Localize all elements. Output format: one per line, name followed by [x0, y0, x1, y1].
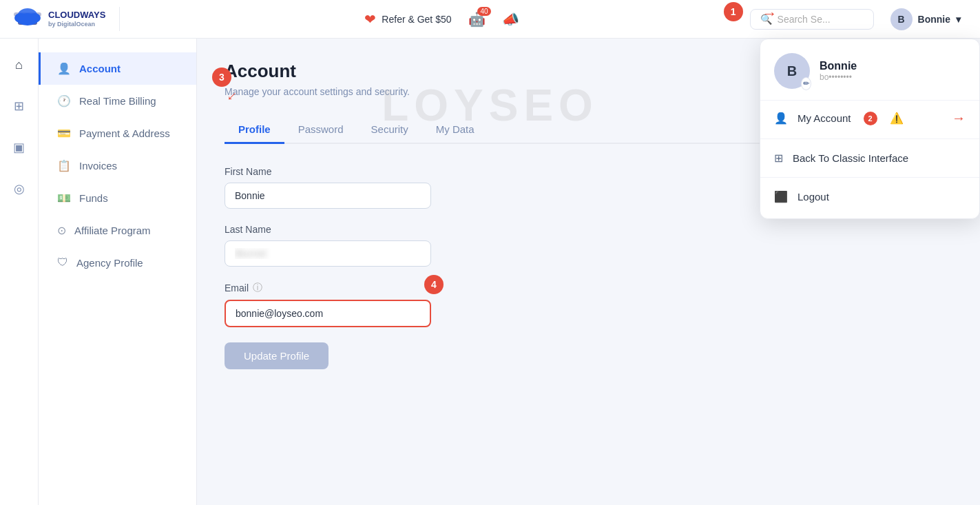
funds-nav-icon: 💵	[57, 192, 71, 205]
topnav-right: 🔍 Search Se... 1 → B Bonnie ▾	[750, 6, 966, 33]
billing-nav-icon: 🕐	[57, 94, 71, 107]
step3-badge: 3	[212, 68, 231, 87]
dropdown-user-section: B ✏ Bonnie bo••••••••	[760, 39, 979, 101]
top-navigation: CLOUDWAYS by DigitalOcean ❤ Refer & Get …	[0, 0, 980, 39]
user-circle-icon: 👤	[774, 112, 788, 125]
first-name-group: First Name	[225, 166, 431, 209]
nav-item-billing[interactable]: 🕐 Real Time Billing	[39, 85, 196, 117]
tab-mydata[interactable]: My Data	[422, 116, 488, 144]
nav-label-funds: Funds	[79, 192, 108, 204]
tab-profile[interactable]: Profile	[225, 116, 284, 144]
sidebar-icon-home[interactable]: ⌂	[7, 52, 32, 77]
my-account-label: My Account	[797, 112, 851, 124]
nav-item-account[interactable]: 👤 Account	[39, 52, 196, 85]
topnav-center: ❤ Refer & Get $50 🤖 40 📣	[134, 11, 749, 28]
search-placeholder: Search Se...	[778, 14, 831, 25]
account-nav-icon: 👤	[57, 62, 71, 75]
logout-icon: ⬛	[774, 190, 788, 203]
email-label: Email ⓘ	[225, 282, 431, 294]
warning-icon: ⚠️	[890, 112, 904, 125]
dropdown-avatar: B ✏	[774, 53, 810, 89]
sidebar-icon-servers[interactable]: ▣	[7, 135, 32, 160]
tab-password[interactable]: Password	[284, 116, 357, 144]
step2-arrow: →	[952, 110, 966, 126]
left-navigation: 👤 Account 🕐 Real Time Billing 💳 Payment …	[39, 39, 197, 505]
user-dropdown: B ✏ Bonnie bo•••••••• 👤 My Account 2 ⚠️ …	[760, 39, 980, 219]
nav-item-affiliate[interactable]: ⊙ Affiliate Program	[39, 214, 196, 247]
first-name-input[interactable]	[225, 183, 431, 209]
nav-label-invoices: Invoices	[79, 160, 117, 172]
nav-label-affiliate: Affiliate Program	[74, 225, 151, 236]
my-account-item[interactable]: 👤 My Account 2 ⚠️ →	[760, 101, 979, 136]
brand-logo: CLOUDWAYS by DigitalOcean	[14, 7, 120, 31]
logout-item[interactable]: ⬛ Logout	[760, 181, 979, 213]
user-avatar-small: B	[890, 8, 913, 30]
payment-nav-icon: 💳	[57, 127, 71, 140]
brand-sub: by DigitalOcean	[48, 21, 105, 28]
tab-security[interactable]: Security	[357, 116, 422, 144]
chevron-down-icon: ▾	[956, 14, 961, 25]
email-help-icon[interactable]: ⓘ	[253, 282, 262, 294]
announcements-button[interactable]: 📣	[502, 11, 519, 28]
notification-badge: 40	[477, 7, 490, 16]
dropdown-divider-2	[760, 177, 979, 178]
classic-interface-icon: ⊞	[774, 152, 783, 165]
refer-label: Refer & Get $50	[382, 14, 451, 25]
email-group: Email ⓘ 4	[225, 282, 431, 327]
nav-label-payment: Payment & Address	[79, 127, 170, 139]
update-profile-button[interactable]: Update Profile	[225, 342, 329, 369]
edit-pencil-icon[interactable]: ✏	[801, 77, 811, 90]
back-classic-item[interactable]: ⊞ Back To Classic Interface	[760, 142, 979, 174]
icon-sidebar: ⌂ ⊞ ▣ ◎	[0, 39, 39, 505]
user-name-label: Bonnie	[918, 14, 950, 25]
nav-label-account: Account	[79, 63, 121, 74]
last-name-input[interactable]	[225, 240, 431, 267]
nav-label-agency: Agency Profile	[76, 257, 143, 269]
dropdown-divider-1	[760, 138, 979, 139]
nav-item-payment[interactable]: 💳 Payment & Address	[39, 117, 196, 150]
dropdown-username: Bonnie	[820, 60, 857, 72]
notifications-button[interactable]: 🤖 40	[468, 11, 486, 28]
svg-point-6	[17, 13, 39, 25]
affiliate-nav-icon: ⊙	[57, 224, 66, 237]
heart-icon: ❤	[364, 11, 376, 28]
first-name-label: First Name	[225, 166, 431, 177]
step1-badge: 1	[724, 2, 743, 21]
agency-nav-icon: 🛡	[57, 256, 68, 269]
page-title: Account	[225, 61, 296, 82]
brand-name: CLOUDWAYS	[48, 10, 105, 20]
user-menu-button[interactable]: B Bonnie ▾	[885, 6, 966, 33]
email-input[interactable]	[225, 300, 431, 327]
sidebar-icon-addons[interactable]: ◎	[7, 176, 32, 201]
nav-item-funds[interactable]: 💵 Funds	[39, 182, 196, 214]
nav-item-agency[interactable]: 🛡 Agency Profile	[39, 247, 196, 278]
nav-item-invoices[interactable]: 📋 Invoices	[39, 150, 196, 182]
refer-button[interactable]: ❤ Refer & Get $50	[364, 11, 451, 28]
step4-badge: 4	[424, 275, 444, 294]
nav-label-billing: Real Time Billing	[79, 95, 156, 107]
last-name-label: Last Name	[225, 224, 431, 235]
logo-cloud-icon	[14, 7, 41, 31]
logout-label: Logout	[797, 191, 829, 203]
sidebar-icon-apps[interactable]: ⊞	[7, 94, 32, 118]
step1-arrow: →	[762, 5, 778, 23]
last-name-group: Last Name	[225, 224, 431, 267]
step2-badge: 2	[864, 112, 877, 125]
back-classic-label: Back To Classic Interface	[793, 152, 908, 164]
dropdown-email: bo••••••••	[820, 72, 857, 82]
invoices-nav-icon: 📋	[57, 159, 71, 172]
